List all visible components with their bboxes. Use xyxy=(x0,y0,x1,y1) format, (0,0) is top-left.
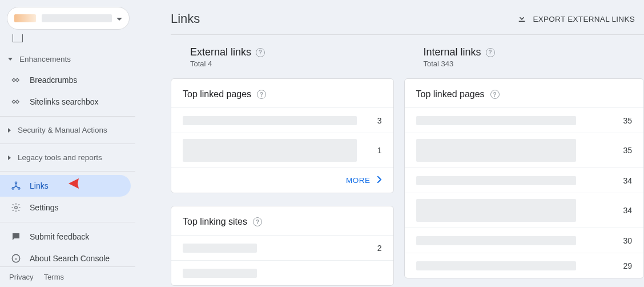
gear-icon xyxy=(10,202,22,213)
download-icon xyxy=(517,13,527,25)
help-icon[interactable]: ? xyxy=(256,48,265,57)
chevron-down-icon xyxy=(116,14,122,23)
section-legacy[interactable]: Legacy tools and reports xyxy=(0,148,135,168)
row-value: 34 xyxy=(618,176,632,185)
redacted-url xyxy=(416,236,576,245)
table-row[interactable] xyxy=(171,260,393,285)
sidebar-footer: Privacy Terms xyxy=(0,266,135,287)
page-header: Links EXPORT EXTERNAL LINKS xyxy=(171,0,644,35)
section-label: Security & Manual Actions xyxy=(18,126,107,134)
external-links-title: External links xyxy=(190,46,251,58)
redacted-url xyxy=(183,139,357,162)
external-links-total: Total 4 xyxy=(190,59,394,68)
card-external-top-linking-sites: Top linking sites ? 2 xyxy=(171,206,394,286)
svg-point-3 xyxy=(15,206,18,209)
help-icon[interactable]: ? xyxy=(257,90,266,99)
footer-privacy-link[interactable]: Privacy xyxy=(9,273,34,281)
annotation-arrow xyxy=(63,175,120,192)
sidebar: Enhancements Breadcrumbs Sitelinks searc… xyxy=(0,0,135,287)
table-row[interactable]: 35 xyxy=(405,133,644,168)
nav-label: Sitelinks searchbox xyxy=(30,97,99,106)
table-row[interactable]: 34 xyxy=(405,168,644,193)
nav-label: Settings xyxy=(30,203,59,212)
chevron-right-icon xyxy=(377,176,382,185)
expand-icon xyxy=(8,58,13,61)
row-value: 34 xyxy=(618,206,632,215)
export-external-links-button[interactable]: EXPORT EXTERNAL LINKS xyxy=(517,13,635,25)
table-row[interactable]: 29 xyxy=(405,253,644,278)
section-label: Enhancements xyxy=(19,55,71,63)
section-label: Legacy tools and reports xyxy=(18,153,102,162)
table-row[interactable]: 34 xyxy=(405,193,644,228)
internal-links-title: Internal links xyxy=(424,46,481,58)
divider xyxy=(0,144,135,144)
clipped-nav-icon xyxy=(13,34,23,42)
main-content: Links EXPORT EXTERNAL LINKS External lin… xyxy=(135,0,644,287)
table-row[interactable]: 1 xyxy=(171,133,393,168)
redacted-site xyxy=(183,244,257,253)
info-icon xyxy=(10,253,22,264)
card-title: Top linked pages xyxy=(183,89,251,99)
feedback-icon xyxy=(10,232,22,242)
section-security[interactable]: Security & Manual Actions xyxy=(0,120,135,140)
redacted-site xyxy=(183,269,257,278)
external-links-column: External links ? Total 4 Top linked page… xyxy=(171,46,394,287)
card-title: Top linking sites xyxy=(183,217,247,227)
help-icon[interactable]: ? xyxy=(486,48,495,57)
internal-links-column: Internal links ? Total 343 Top linked pa… xyxy=(421,46,645,287)
nav-label: Submit feedback xyxy=(30,232,89,241)
table-row[interactable]: 2 xyxy=(171,235,393,260)
help-icon[interactable]: ? xyxy=(490,90,500,99)
row-value: 35 xyxy=(618,116,632,125)
nav-submit-feedback[interactable]: Submit feedback xyxy=(0,226,131,248)
card-internal-top-linked-pages: Top linked pages ? 35 35 34 34 xyxy=(404,78,645,278)
nav-label: About Search Console xyxy=(30,254,110,263)
redacted-url xyxy=(183,116,357,125)
redacted-url xyxy=(416,139,576,162)
redacted-url xyxy=(416,261,576,270)
row-value: 29 xyxy=(618,261,632,270)
row-value: 1 xyxy=(368,146,382,155)
help-icon[interactable]: ? xyxy=(253,217,262,226)
nav-sitelinks-searchbox[interactable]: Sitelinks searchbox xyxy=(0,91,131,113)
property-selector[interactable] xyxy=(7,7,130,30)
row-value: 2 xyxy=(368,244,382,253)
row-value: 30 xyxy=(618,236,632,245)
collapse-icon xyxy=(8,156,11,160)
nav-settings[interactable]: Settings xyxy=(0,197,131,218)
links-icon xyxy=(10,181,22,191)
table-row[interactable]: 3 xyxy=(171,107,393,133)
table-row[interactable]: 35 xyxy=(405,107,644,133)
property-favicon xyxy=(14,14,36,22)
divider xyxy=(0,222,135,222)
page-title: Links xyxy=(171,11,200,26)
divider xyxy=(0,116,135,117)
redacted-url xyxy=(416,199,576,222)
table-row[interactable]: 30 xyxy=(405,228,644,253)
nav-label: Links xyxy=(30,181,49,190)
footer-terms-link[interactable]: Terms xyxy=(44,273,64,281)
more-button[interactable]: MORE xyxy=(171,168,393,193)
redacted-url xyxy=(416,116,576,125)
breadcrumbs-icon xyxy=(10,75,22,85)
property-name-redacted xyxy=(42,14,112,22)
svg-point-0 xyxy=(15,182,17,184)
divider xyxy=(0,171,135,172)
collapse-icon xyxy=(8,128,11,133)
nav-breadcrumbs[interactable]: Breadcrumbs xyxy=(0,69,131,91)
export-label: EXPORT EXTERNAL LINKS xyxy=(533,15,635,23)
card-external-top-linked-pages: Top linked pages ? 3 1 MORE xyxy=(171,78,394,193)
section-enhancements[interactable]: Enhancements xyxy=(0,49,135,69)
nav-label: Breadcrumbs xyxy=(30,75,77,85)
redacted-url xyxy=(416,176,576,185)
internal-links-total: Total 343 xyxy=(424,59,645,68)
sitelinks-icon xyxy=(10,97,22,107)
nav-links[interactable]: Links xyxy=(0,175,131,197)
card-title: Top linked pages xyxy=(416,89,485,99)
row-value: 3 xyxy=(368,116,382,125)
row-value: 35 xyxy=(618,146,632,155)
